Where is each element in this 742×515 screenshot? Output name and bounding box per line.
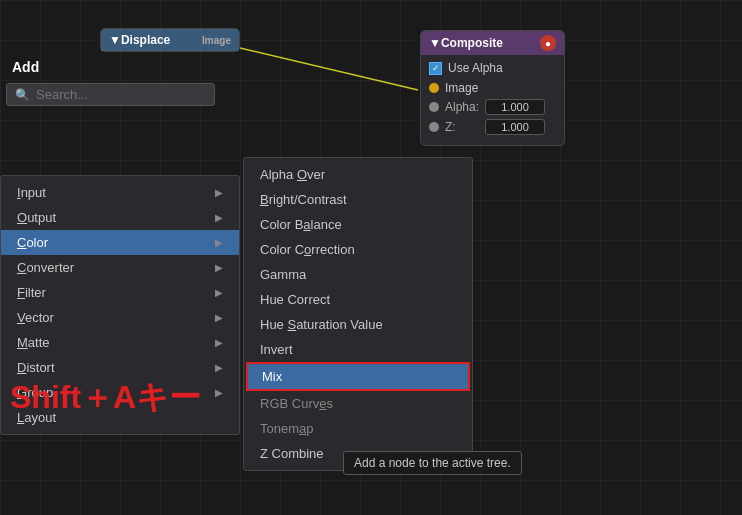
menu-item-filter-label: Filter xyxy=(17,285,46,300)
node-composite-alpha-row: Alpha: 1.000 xyxy=(429,99,556,115)
z-socket xyxy=(429,122,439,132)
z-value[interactable]: 1.000 xyxy=(485,119,545,135)
image-label: Image xyxy=(445,81,478,95)
menu-item-vector-label: Vector xyxy=(17,310,54,325)
node-composite-z-row: Z: 1.000 xyxy=(429,119,556,135)
shortcut-text: Shift＋Aキー xyxy=(10,376,201,420)
menu-item-output[interactable]: Output ▶ xyxy=(1,205,239,230)
submenu-mix[interactable]: Mix xyxy=(246,362,470,391)
menu-item-color[interactable]: Color ▶ xyxy=(1,230,239,255)
submenu-alpha-over[interactable]: Alpha Over xyxy=(244,162,472,187)
menu-item-distort-arrow: ▶ xyxy=(215,362,223,373)
menu-item-input-arrow: ▶ xyxy=(215,187,223,198)
image-socket xyxy=(429,83,439,93)
node-composite-header: ▼ Composite ● xyxy=(421,31,564,55)
menu-item-output-label: Output xyxy=(17,210,56,225)
node-composite-icon: ● xyxy=(540,35,556,51)
submenu-rgb-curves-label: RGB Curves xyxy=(260,396,333,411)
submenu-hue-saturation[interactable]: Hue Saturation Value xyxy=(244,312,472,337)
menu-item-distort-label: Distort xyxy=(17,360,55,375)
menu-item-color-arrow: ▶ xyxy=(215,237,223,248)
node-composite-body: ✓ Use Alpha Image Alpha: 1.000 Z: 1.000 xyxy=(421,55,564,145)
alpha-field: Alpha: 1.000 xyxy=(445,99,545,115)
use-alpha-label: Use Alpha xyxy=(448,61,503,75)
menu-item-matte-label: Matte xyxy=(17,335,50,350)
menu-item-matte[interactable]: Matte ▶ xyxy=(1,330,239,355)
menu-item-converter[interactable]: Converter ▶ xyxy=(1,255,239,280)
submenu-color-balance-label: Color Balance xyxy=(260,217,342,232)
node-displace-arrow: ▼ xyxy=(109,33,121,47)
menu-item-vector[interactable]: Vector ▶ xyxy=(1,305,239,330)
menu-item-filter[interactable]: Filter ▶ xyxy=(1,280,239,305)
menu-item-group-arrow: ▶ xyxy=(215,387,223,398)
add-menu: Add 🔍 Input ▶ Output ▶ Color ▶ Converter… xyxy=(0,55,221,110)
menu-item-filter-arrow: ▶ xyxy=(215,287,223,298)
add-menu-title: Add xyxy=(0,55,221,79)
node-composite-title: Composite xyxy=(441,36,503,50)
submenu-color-correction-label: Color Correction xyxy=(260,242,355,257)
menu-item-output-arrow: ▶ xyxy=(215,212,223,223)
menu-item-input[interactable]: Input ▶ xyxy=(1,180,239,205)
submenu-color-balance[interactable]: Color Balance xyxy=(244,212,472,237)
node-displace[interactable]: ▼ Displace Image xyxy=(100,28,240,52)
submenu-z-combine-label: Z Combine xyxy=(260,446,324,461)
submenu-hue-correct-label: Hue Correct xyxy=(260,292,330,307)
submenu-color-correction[interactable]: Color Correction xyxy=(244,237,472,262)
node-displace-header: ▼ Displace Image xyxy=(101,29,239,51)
node-composite-arrow: ▼ xyxy=(429,36,441,50)
node-composite-use-alpha[interactable]: ✓ Use Alpha xyxy=(429,61,556,75)
submenu-invert[interactable]: Invert xyxy=(244,337,472,362)
submenu-gamma-label: Gamma xyxy=(260,267,306,282)
tooltip-text: Add a node to the active tree. xyxy=(354,456,511,470)
use-alpha-checkbox[interactable]: ✓ xyxy=(429,62,442,75)
node-composite[interactable]: ▼ Composite ● ✓ Use Alpha Image Alpha: 1… xyxy=(420,30,565,146)
submenu-invert-label: Invert xyxy=(260,342,293,357)
submenu-alpha-over-label: Alpha Over xyxy=(260,167,325,182)
node-composite-image-row: Image xyxy=(429,81,556,95)
submenu-tonemap[interactable]: Tonemap xyxy=(244,416,472,441)
search-input[interactable] xyxy=(36,87,206,102)
submenu-tonemap-label: Tonemap xyxy=(260,421,314,436)
alpha-field-label: Alpha: xyxy=(445,100,481,114)
submenu-rgb-curves[interactable]: RGB Curves xyxy=(244,391,472,416)
tooltip: Add a node to the active tree. xyxy=(343,451,522,475)
node-displace-title: Displace xyxy=(121,33,170,47)
alpha-socket xyxy=(429,102,439,112)
search-icon: 🔍 xyxy=(15,88,30,102)
z-field-label: Z: xyxy=(445,120,481,134)
menu-item-matte-arrow: ▶ xyxy=(215,337,223,348)
menu-item-vector-arrow: ▶ xyxy=(215,312,223,323)
node-displace-inputs: Image xyxy=(202,35,231,46)
menu-item-converter-arrow: ▶ xyxy=(215,262,223,273)
submenu-bright-contrast-label: Bright/Contrast xyxy=(260,192,347,207)
right-submenu: Alpha Over Bright/Contrast Color Balance… xyxy=(243,157,473,471)
submenu-bright-contrast[interactable]: Bright/Contrast xyxy=(244,187,472,212)
z-field: Z: 1.000 xyxy=(445,119,545,135)
alpha-value[interactable]: 1.000 xyxy=(485,99,545,115)
submenu-hue-correct[interactable]: Hue Correct xyxy=(244,287,472,312)
menu-item-converter-label: Converter xyxy=(17,260,74,275)
search-box[interactable]: 🔍 xyxy=(6,83,215,106)
submenu-hue-saturation-label: Hue Saturation Value xyxy=(260,317,383,332)
submenu-mix-label: Mix xyxy=(262,369,282,384)
menu-item-color-label: Color xyxy=(17,235,48,250)
menu-item-input-label: Input xyxy=(17,185,46,200)
submenu-gamma[interactable]: Gamma xyxy=(244,262,472,287)
